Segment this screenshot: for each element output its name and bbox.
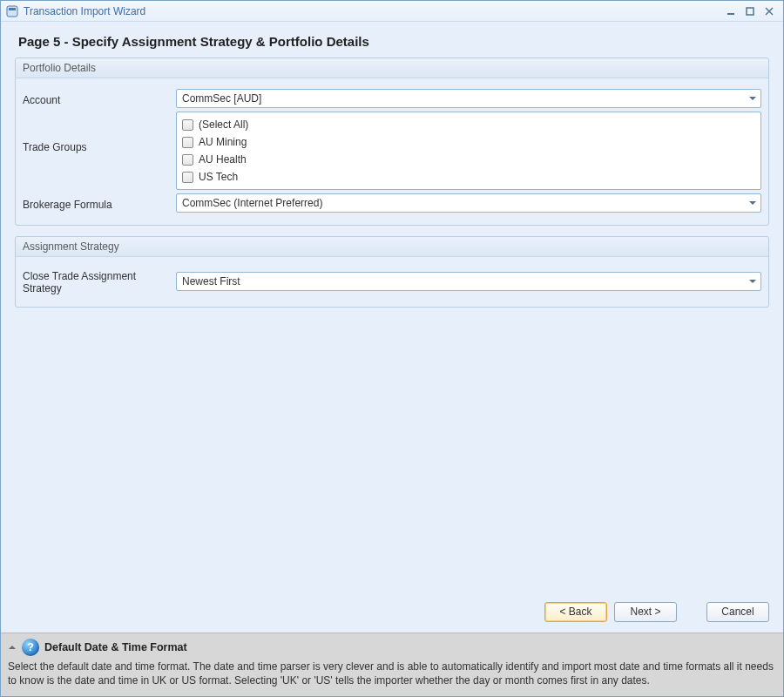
svg-rect-2 (727, 13, 734, 15)
collapse-up-icon[interactable] (8, 643, 17, 652)
check-item-au-mining[interactable]: AU Mining (182, 133, 755, 151)
field-account: Account CommSec [AUD] (23, 89, 761, 108)
next-button-label: Next > (630, 606, 660, 618)
titlebar[interactable]: Transaction Import Wizard (1, 1, 783, 22)
check-label: US Tech (199, 171, 238, 183)
field-close-strategy: Close Trade Assignment Strategy Newest F… (23, 267, 761, 294)
label-trade-groups: Trade Groups (23, 112, 176, 153)
help-header[interactable]: ? Default Date & Time Format (8, 639, 776, 656)
wizard-buttons: < Back Next > Cancel (1, 593, 783, 633)
combo-account[interactable]: CommSec [AUD] (176, 89, 761, 108)
minimize-button[interactable] (722, 4, 740, 18)
field-trade-groups: Trade Groups (Select All) AU Mining (23, 112, 761, 190)
help-title: Default Date & Time Format (44, 641, 187, 653)
label-account: Account (23, 91, 176, 106)
label-brokerage: Brokerage Formula (23, 196, 176, 211)
group-assignment-strategy: Assignment Strategy Close Trade Assignme… (15, 236, 769, 308)
help-body: Select the default date and time format.… (8, 660, 776, 687)
combo-close-strategy[interactable]: Newest First (176, 272, 761, 291)
cancel-button[interactable]: Cancel (706, 602, 769, 622)
window-frame: Transaction Import Wizard Page 5 - Speci… (0, 0, 784, 697)
help-panel: ? Default Date & Time Format Select the … (1, 633, 783, 696)
svg-rect-0 (7, 6, 17, 17)
combo-account-value: CommSec [AUD] (182, 92, 261, 105)
field-brokerage: Brokerage Formula CommSec (Internet Pref… (23, 193, 761, 213)
svg-marker-8 (749, 280, 756, 283)
group-portfolio-title: Portfolio Details (16, 58, 768, 78)
checklist-trade-groups[interactable]: (Select All) AU Mining AU Health (176, 112, 761, 190)
back-button-label: < Back (559, 606, 591, 618)
svg-marker-6 (749, 97, 756, 100)
svg-rect-1 (9, 8, 16, 10)
window-title: Transaction Import Wizard (24, 5, 145, 17)
svg-marker-7 (749, 201, 756, 205)
svg-rect-3 (747, 8, 754, 15)
close-button[interactable] (760, 4, 778, 18)
chevron-down-icon (748, 277, 757, 286)
group-assignment-title: Assignment Strategy (16, 237, 768, 257)
check-item-select-all[interactable]: (Select All) (182, 116, 755, 133)
combo-brokerage-value: CommSec (Internet Preferred) (182, 197, 322, 209)
checkbox-icon[interactable] (182, 137, 193, 148)
checkbox-icon[interactable] (182, 172, 193, 183)
button-gap (684, 602, 700, 622)
combo-close-strategy-value: Newest First (182, 275, 240, 288)
next-button[interactable]: Next > (614, 602, 677, 622)
check-label: (Select All) (199, 118, 248, 131)
combo-brokerage[interactable]: CommSec (Internet Preferred) (176, 193, 761, 213)
check-item-au-health[interactable]: AU Health (182, 151, 755, 168)
content-area: Portfolio Details Account CommSec [AUD] (1, 58, 783, 593)
app-icon (6, 5, 18, 17)
group-portfolio-details: Portfolio Details Account CommSec [AUD] (15, 58, 769, 226)
help-icon: ? (22, 639, 39, 656)
chevron-down-icon (748, 199, 757, 207)
svg-marker-9 (9, 646, 16, 649)
check-item-us-tech[interactable]: US Tech (182, 168, 755, 186)
check-label: AU Mining (199, 136, 247, 148)
label-close-strategy: Close Trade Assignment Strategy (23, 267, 176, 294)
checkbox-icon[interactable] (182, 154, 193, 166)
checkbox-icon[interactable] (182, 119, 193, 131)
page-title: Page 5 - Specify Assignment Strategy & P… (1, 22, 783, 58)
cancel-button-label: Cancel (721, 606, 754, 618)
back-button[interactable]: < Back (544, 602, 607, 622)
chevron-down-icon (748, 94, 757, 103)
check-label: AU Health (199, 153, 247, 166)
maximize-button[interactable] (741, 4, 759, 18)
